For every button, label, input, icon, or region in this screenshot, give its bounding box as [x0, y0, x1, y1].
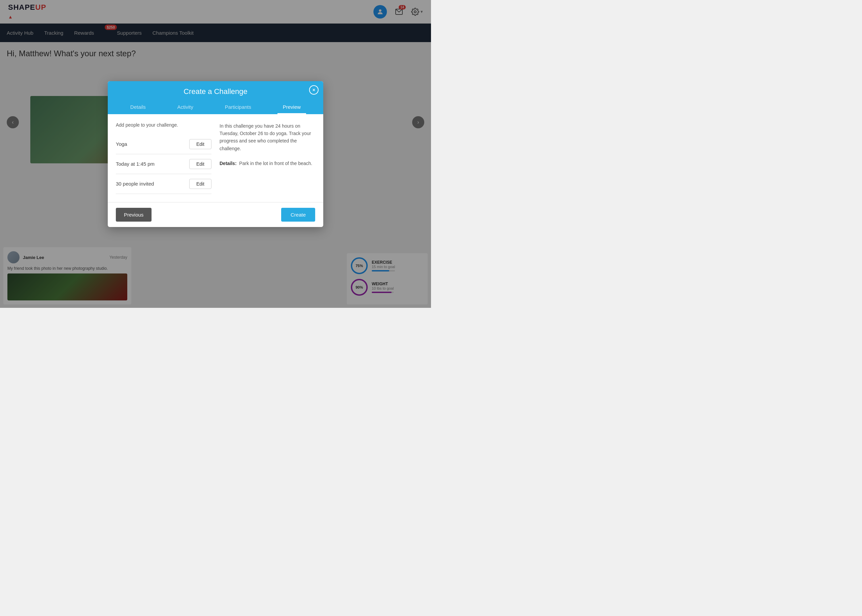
participants-row: 30 people invited Edit — [116, 174, 212, 194]
time-edit-button[interactable]: Edit — [189, 159, 212, 169]
create-button[interactable]: Create — [281, 208, 315, 222]
time-row: Today at 1:45 pm Edit — [116, 154, 212, 174]
yoga-label: Yoga — [116, 141, 127, 147]
tab-activity[interactable]: Activity — [172, 101, 199, 114]
modal-tabs: Details Activity Participants Preview — [115, 101, 317, 114]
modal-overlay: Create a Challenge × Details Activity Pa… — [0, 0, 431, 308]
participants-edit-button[interactable]: Edit — [189, 179, 212, 189]
details-text: Details: Park in the lot in front of the… — [220, 160, 315, 167]
tab-details[interactable]: Details — [125, 101, 151, 114]
modal-title: Create a Challenge — [115, 87, 317, 96]
time-label: Today at 1:45 pm — [116, 161, 155, 167]
yoga-row: Yoga Edit — [116, 134, 212, 154]
yoga-edit-button[interactable]: Edit — [189, 139, 212, 149]
preview-text: In this challenge you have 24 hours on T… — [220, 122, 315, 152]
modal-close-button[interactable]: × — [309, 85, 319, 95]
add-people-label: Add people to your challenge. — [116, 122, 212, 128]
participants-label: 30 people invited — [116, 181, 154, 187]
modal-left-panel: Add people to your challenge. Yoga Edit … — [116, 122, 212, 194]
modal-header: Create a Challenge × Details Activity Pa… — [108, 81, 323, 114]
create-challenge-modal: Create a Challenge × Details Activity Pa… — [108, 81, 323, 227]
tab-preview[interactable]: Preview — [278, 101, 306, 114]
previous-button[interactable]: Previous — [116, 208, 152, 222]
modal-right-panel: In this challenge you have 24 hours on T… — [220, 122, 315, 194]
tab-participants[interactable]: Participants — [220, 101, 257, 114]
details-value: Park in the lot in front of the beach. — [239, 161, 312, 166]
modal-body: Add people to your challenge. Yoga Edit … — [108, 114, 323, 202]
modal-footer: Previous Create — [108, 202, 323, 227]
details-label: Details: — [220, 161, 237, 166]
